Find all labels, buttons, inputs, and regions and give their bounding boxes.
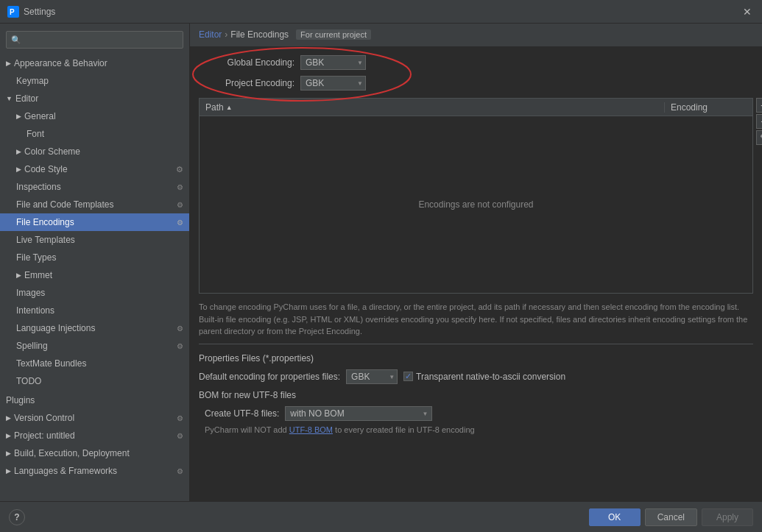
path-label: Path: [205, 102, 224, 113]
dialog-body: 🔍 ▶ Appearance & Behavior Keymap ▼ Edito…: [0, 24, 762, 501]
sidebar-item-label: Intentions: [16, 305, 54, 316]
props-encoding-select[interactable]: GBK UTF-8: [346, 369, 398, 384]
sidebar-item-label: TODO: [16, 376, 41, 386]
sidebar-item-label: Appearance & Behavior: [14, 58, 107, 68]
sidebar-item-project[interactable]: ▶ Project: untitled ⚙: [0, 427, 189, 444]
breadcrumb-current: File Encodings: [230, 29, 289, 40]
sort-icon: ▲: [226, 104, 233, 111]
sidebar-item-lang-injections[interactable]: Language Injections ⚙: [0, 319, 189, 337]
apply-button[interactable]: Apply: [702, 508, 753, 526]
global-encoding-select-wrapper[interactable]: GBK UTF-8 ISO-8859-1: [300, 55, 366, 70]
bom-select-wrapper[interactable]: with NO BOM with BOM: [285, 406, 432, 421]
table-empty-message: Encodings are not configured: [418, 199, 533, 210]
sidebar-item-code-style[interactable]: ▶ Code Style ⚙: [0, 160, 189, 178]
bom-section: BOM for new UTF-8 files Create UTF-8 fil…: [199, 390, 753, 434]
sidebar-item-general[interactable]: ▶ General: [0, 107, 189, 125]
expand-icon: ▶: [16, 272, 21, 279]
search-box[interactable]: 🔍: [6, 31, 183, 49]
svg-text:P: P: [10, 8, 15, 16]
transparent-label: Transparent native-to-ascii conversion: [416, 372, 565, 382]
sidebar-item-label: Keymap: [16, 76, 49, 86]
bom-link[interactable]: UTF-8 BOM: [289, 425, 333, 434]
sidebar-item-plugins[interactable]: Plugins: [0, 391, 189, 409]
expand-icon: ▶: [6, 450, 11, 457]
settings-badge: ⚙: [177, 432, 183, 440]
global-encoding-row: Global Encoding: GBK UTF-8 ISO-8859-1: [199, 55, 753, 70]
sidebar-item-font[interactable]: Font: [0, 125, 189, 143]
sidebar-item-label: Languages & Frameworks: [14, 466, 117, 476]
breadcrumb-separator: ›: [225, 29, 227, 40]
props-section-title: Properties Files (*.properties): [199, 353, 753, 363]
sidebar-item-file-encodings[interactable]: File Encodings ⚙: [0, 213, 189, 231]
bom-note-row: PyCharm will NOT add UTF-8 BOM to every …: [205, 425, 753, 434]
sidebar-item-file-code-templates[interactable]: File and Code Templates ⚙: [0, 196, 189, 213]
settings-badge: ⚙: [177, 183, 183, 191]
sidebar-item-editor[interactable]: ▼ Editor: [0, 90, 189, 107]
encoding-table-container: Path ▲ Encoding Encodings are not config…: [199, 98, 753, 294]
sidebar-item-appearance[interactable]: ▶ Appearance & Behavior: [0, 54, 189, 72]
sidebar-item-intentions[interactable]: Intentions: [0, 302, 189, 319]
sidebar-item-languages[interactable]: ▶ Languages & Frameworks ⚙: [0, 462, 189, 480]
bom-select[interactable]: with NO BOM with BOM: [285, 406, 432, 421]
window-title: Settings: [24, 7, 740, 17]
sidebar-item-label: Project: untitled: [14, 430, 75, 441]
sidebar-item-live-templates[interactable]: Live Templates: [0, 231, 189, 249]
edit-encoding-button[interactable]: ✎: [756, 130, 762, 145]
encoding-table: Path ▲ Encoding Encodings are not config…: [199, 98, 753, 294]
sidebar-item-emmet[interactable]: ▶ Emmet: [0, 266, 189, 284]
bom-note-text: PyCharm will NOT add: [205, 425, 287, 434]
global-encoding-select[interactable]: GBK UTF-8 ISO-8859-1: [300, 55, 366, 70]
bom-label: Create UTF-8 files:: [205, 408, 279, 419]
footer-buttons: OK Cancel Apply: [589, 508, 753, 526]
sidebar-item-color-scheme[interactable]: ▶ Color Scheme: [0, 143, 189, 160]
sidebar-item-label: Spelling: [16, 341, 48, 351]
table-actions: + − ✎: [756, 98, 762, 145]
title-bar: P Settings ✕: [0, 0, 762, 24]
table-header: Path ▲ Encoding: [200, 99, 752, 116]
encoding-column-header: Encoding: [664, 102, 752, 113]
sidebar-item-spelling[interactable]: Spelling ⚙: [0, 337, 189, 355]
project-encoding-row: Project Encoding: GBK UTF-8 ISO-8859-1: [199, 76, 753, 91]
sidebar-item-label: Build, Execution, Deployment: [14, 448, 130, 458]
add-encoding-button[interactable]: +: [756, 98, 762, 113]
transparent-checkbox-wrapper[interactable]: Transparent native-to-ascii conversion: [403, 372, 565, 382]
bom-section-title: BOM for new UTF-8 files: [199, 390, 753, 400]
settings-badge: ⚙: [177, 201, 183, 209]
sidebar-item-build[interactable]: ▶ Build, Execution, Deployment: [0, 444, 189, 462]
ok-button[interactable]: OK: [589, 508, 641, 526]
sidebar-item-label: Language Injections: [16, 323, 95, 333]
breadcrumb-tag: For current project: [296, 29, 371, 40]
search-icon: 🔍: [11, 35, 21, 45]
table-body: Encodings are not configured: [200, 116, 752, 293]
close-button[interactable]: ✕: [740, 4, 755, 19]
sidebar-item-file-types[interactable]: File Types: [0, 249, 189, 266]
sidebar-item-keymap[interactable]: Keymap: [0, 72, 189, 90]
expand-icon: ▶: [6, 467, 11, 475]
sidebar-item-label: File and Code Templates: [16, 199, 114, 210]
sidebar-item-label: General: [24, 111, 56, 121]
settings-badge: ⚙: [177, 414, 183, 422]
breadcrumb-parent[interactable]: Editor: [199, 29, 222, 40]
remove-encoding-button[interactable]: −: [756, 114, 762, 129]
expand-icon: ▶: [6, 60, 11, 67]
expand-icon: ▼: [6, 95, 13, 102]
sidebar-item-textmate[interactable]: TextMate Bundles: [0, 355, 189, 372]
cancel-button[interactable]: Cancel: [645, 508, 697, 526]
sidebar-item-label: Plugins: [6, 395, 35, 405]
sidebar-item-inspections[interactable]: Inspections ⚙: [0, 178, 189, 196]
project-encoding-select-wrapper[interactable]: GBK UTF-8 ISO-8859-1: [300, 76, 366, 91]
transparent-checkbox[interactable]: [403, 372, 413, 381]
settings-panel: Global Encoding: GBK UTF-8 ISO-8859-1 Pr…: [190, 46, 762, 501]
encoding-description: To change encoding PyCharm uses for a fi…: [199, 301, 753, 344]
breadcrumb: Editor › File Encodings For current proj…: [190, 24, 762, 46]
expand-icon: ▶: [16, 166, 21, 173]
project-encoding-select[interactable]: GBK UTF-8 ISO-8859-1: [300, 76, 366, 91]
sidebar-item-images[interactable]: Images: [0, 284, 189, 302]
props-encoding-label: Default encoding for properties files:: [199, 372, 340, 382]
sidebar-item-todo[interactable]: TODO: [0, 372, 189, 390]
help-button[interactable]: ?: [9, 509, 25, 525]
sidebar-item-version-control[interactable]: ▶ Version Control ⚙: [0, 409, 189, 427]
props-encoding-select-wrapper[interactable]: GBK UTF-8: [346, 369, 398, 384]
sidebar-item-label: Emmet: [24, 270, 52, 280]
bom-row: Create UTF-8 files: with NO BOM with BOM: [199, 406, 753, 421]
